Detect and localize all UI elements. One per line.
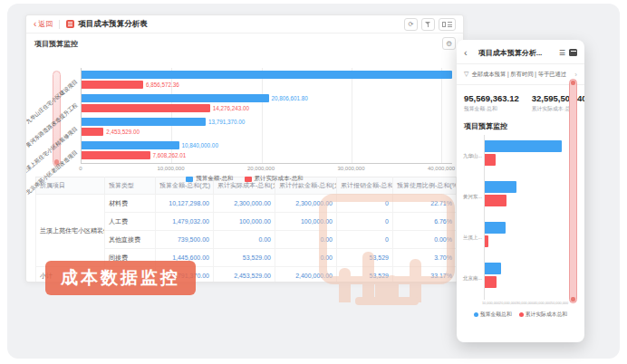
actual-cost-bar[interactable]: [82, 81, 143, 89]
report-icon: [66, 20, 74, 28]
bar-group: 10,840,000.007,608,262.01: [82, 139, 452, 163]
actual-cost-bar[interactable]: [485, 235, 488, 247]
budget-bar[interactable]: [82, 94, 269, 102]
legend-item-actual-cost[interactable]: 累计实际成本-总和: [245, 175, 304, 183]
panel-filter-text: 全部成本预算 | 所有时间 | 等于已通过: [471, 71, 572, 79]
panel-title: 项目成本预算分析...: [478, 48, 555, 58]
panel-stats: 95,569,363.12 预算金额·总和 32,595,506.40 累计实际…: [464, 89, 577, 116]
list-view-icon: [448, 22, 452, 27]
budget-bar[interactable]: [82, 141, 179, 149]
bar-value-label: 6,856,572.36: [146, 81, 179, 89]
bar-value-label: 20,806,601.80: [272, 94, 308, 102]
actual-cost-bar[interactable]: [485, 276, 497, 288]
stat-label: 预算金额·总和: [464, 105, 519, 113]
bar-group: 九华山...: [485, 138, 564, 174]
budget-bar[interactable]: [485, 263, 501, 274]
panel-list-view-icon[interactable]: ☰: [559, 49, 565, 57]
stat-value: 95,569,363.12: [464, 93, 519, 103]
panel-filter-bar[interactable]: ▽ 全部成本预算 | 所有时间 | 等于已通过 ›: [464, 68, 577, 81]
legend-label: 累计实际成本-总和: [255, 175, 304, 183]
value-cell: 22.71%: [393, 195, 457, 213]
x-tick-label: 20,000,000: [247, 166, 275, 171]
x-tick-label: 30,000,000: [338, 166, 365, 171]
value-cell: 2,300,000.00: [214, 195, 275, 213]
chevron-right-icon: ›: [574, 71, 577, 79]
category-label: 黄河东...: [463, 194, 482, 200]
budget-chart-section: 项目预算监控 ⚙ 6,856,572.3620,806,601.8014,276…: [26, 34, 463, 177]
back-chevron-icon: ‹: [34, 20, 36, 29]
panel-chart-scrollbar[interactable]: [569, 79, 577, 303]
panel-header: ‹ 项目成本预算分析... ☰: [464, 45, 577, 60]
value-cell: 2,300,000.00: [275, 195, 337, 213]
window-titlebar: ‹ 返回 项目成本预算分析表 ⟳: [26, 15, 463, 34]
bar-group: 6,856,572.36: [82, 69, 452, 92]
mobile-preview-panel: ‹ 项目成本预算分析... ☰ ▽ 全部成本预算 | 所有时间 | 等于已通过 …: [457, 40, 584, 342]
stat-budget-total: 95,569,363.12 预算金额·总和: [464, 93, 519, 113]
x-axis-labels: 010,000,00020,000,00030,000,00040,000,00…: [81, 166, 452, 173]
x-tick-label: 30,000,000: [516, 302, 534, 305]
back-label: 返回: [38, 19, 53, 29]
refresh-button[interactable]: ⟳: [404, 18, 418, 31]
chart-legend: 预算金额-总和 累计实际成本-总和: [26, 175, 463, 183]
value-cell: 6.76%: [393, 213, 457, 231]
gear-icon: ⚙: [446, 40, 452, 48]
value-cell: 33.17%: [393, 267, 457, 283]
value-cell: 0.00%: [393, 231, 457, 249]
x-tick-label: 0: [79, 166, 82, 171]
bar-group: 兰溪上...: [485, 219, 564, 255]
back-button[interactable]: ‹ 返回: [34, 19, 53, 29]
panel-back-button[interactable]: ‹: [464, 48, 468, 58]
value-cell: 0.00: [275, 249, 337, 267]
x-tick-label: 20,000,000: [499, 302, 516, 305]
panel-legend-item-budget[interactable]: 预算金额总和: [474, 311, 512, 319]
view-toggle-button[interactable]: [439, 18, 456, 31]
titlebar-divider: [59, 20, 60, 29]
divider: [457, 63, 584, 64]
refresh-icon: ⟳: [409, 21, 414, 28]
funnel-icon: [425, 21, 431, 27]
panel-section-title: 项目预算监控: [464, 121, 577, 131]
panel-card-view-icon[interactable]: [569, 49, 577, 56]
chart-section-title: 项目预算监控: [34, 39, 78, 49]
value-cell: 100,000.00: [275, 213, 337, 231]
overlay-label-text: 成本数据监控: [61, 266, 180, 290]
legend-dot-red: [519, 312, 524, 317]
legend-item-budget[interactable]: 预算金额-总和: [186, 175, 233, 183]
actual-cost-bar[interactable]: [485, 154, 496, 166]
x-tick-label: 50,000,000: [551, 302, 568, 305]
value-cell: 2,400,000.00: [275, 267, 337, 283]
actual-cost-bar[interactable]: [82, 151, 150, 159]
budget-bar[interactable]: [82, 118, 206, 126]
value-cell: 739,500.00: [156, 231, 214, 249]
chart-settings-button[interactable]: ⚙: [442, 37, 456, 50]
value-cell: 53,529: [337, 249, 393, 267]
panel-bar-chart: 九华山...黄河东...兰溪上...北京南...: [464, 135, 577, 300]
filter-button[interactable]: [421, 18, 435, 31]
value-cell: 1,479,032.00: [156, 213, 214, 231]
panel-legend-item-actual[interactable]: 累计实际成本总和: [519, 311, 567, 319]
value-cell: 2,453,529.00: [214, 267, 275, 283]
budget-bar[interactable]: [485, 140, 562, 152]
legend-swatch-red: [245, 177, 252, 182]
main-window: ‹ 返回 项目成本预算分析表 ⟳ 项目预算监控 ⚙ 6,856,572.3620…: [25, 14, 464, 283]
main-bar-chart: 6,856,572.3620,806,601.8014,276,243.0013…: [81, 68, 452, 164]
bar-value-label: 10,840,000.00: [182, 141, 218, 149]
x-tick-label: 10,000,000: [157, 166, 184, 171]
bar-group: 20,806,601.8014,276,243.00: [82, 92, 452, 116]
bar-group: 13,791,370.002,453,529.00: [82, 116, 452, 139]
value-cell: 53,529: [337, 267, 393, 283]
bar-group: 北京南...: [485, 260, 564, 296]
budget-bar[interactable]: [485, 222, 506, 234]
value-cell: 100,000.00: [214, 213, 275, 231]
window-title: 项目成本预算分析表: [78, 19, 148, 30]
actual-cost-bar[interactable]: [485, 195, 506, 206]
budget-bar[interactable]: [82, 71, 452, 79]
actual-cost-bar[interactable]: [82, 104, 210, 112]
value-cell: 0: [337, 231, 393, 249]
budget-bar[interactable]: [485, 181, 516, 193]
panel-x-axis-labels: 10,000,00020,000,00030,000,00040,000,000…: [464, 302, 577, 305]
bar-group: 黄河东...: [485, 178, 564, 215]
cost-data-monitoring-badge: 成本数据监控: [45, 261, 196, 295]
value-cell: 0: [337, 213, 393, 231]
actual-cost-bar[interactable]: [82, 128, 103, 136]
